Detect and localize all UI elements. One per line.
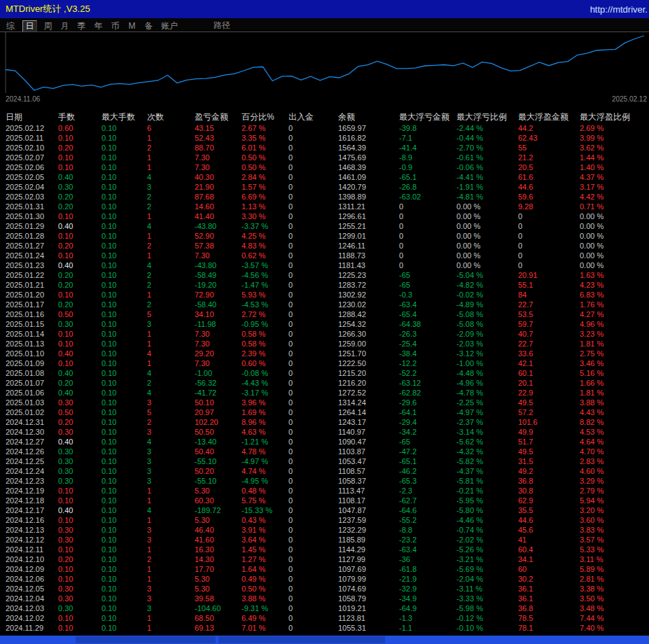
menu-item-日[interactable]: 日 (22, 20, 37, 32)
cell: 1053.47 (338, 456, 399, 466)
table-row[interactable]: 2024.12.130.300.10346.403.91 %01232.29-8… (0, 525, 643, 535)
cell: 0.10 (102, 613, 147, 623)
table-row[interactable]: 2025.02.110.100.10152.433.35 %01616.82-7… (0, 133, 643, 143)
table-row[interactable]: 2024.12.300.300.10350.504.63 %01140.97-3… (0, 427, 643, 437)
table-row[interactable]: 2025.01.080.400.104-1.00-0.08 %01215.20-… (0, 368, 643, 378)
menu-item-年[interactable]: 年 (94, 21, 103, 31)
table-row[interactable]: 2025.02.050.400.10440.302.84 %01461.09-6… (0, 172, 643, 182)
cell: 0 (288, 456, 338, 466)
cell: 1.66 % (580, 378, 643, 388)
cell: 0.10 (58, 564, 102, 574)
cell: -0.02 % (456, 290, 518, 300)
cell: 0.10 (102, 427, 147, 437)
cell: 49.2 (518, 466, 580, 476)
table-row[interactable]: 2025.02.070.100.1017.300.50 %01475.69-8.… (0, 153, 643, 162)
menu-item-备[interactable]: 备 (144, 21, 153, 31)
menu-item-账户[interactable]: 账户 (161, 21, 178, 31)
menu-item-周[interactable]: 周 (43, 21, 53, 31)
table-row[interactable]: 2024.12.100.200.10214.301.27 %01127.99-3… (0, 554, 643, 564)
cell: 0 (288, 231, 338, 241)
cell: 0.10 (102, 231, 147, 241)
table-row[interactable]: 2024.12.120.300.10341.603.64 %01185.89-2… (0, 535, 643, 545)
cell: 0 (288, 358, 338, 368)
cell: 5.30 (195, 584, 242, 594)
table-row[interactable]: 2024.12.250.300.103-55.10-4.97 %01053.47… (0, 456, 643, 466)
titlebar-url[interactable]: http://mtdriver. (590, 4, 649, 15)
table-row[interactable]: 2024.12.040.300.10339.583.88 %01058.79-3… (0, 594, 643, 603)
cell: 1 (147, 564, 195, 574)
table-row[interactable]: 2025.01.160.500.10534.102.72 %01288.42-6… (0, 309, 643, 319)
cell: -2.04 % (456, 574, 518, 584)
cell: -5.62 % (456, 437, 518, 447)
cell: -4.46 % (456, 515, 518, 525)
table-row[interactable]: 2025.01.300.100.10141.403.30 %01296.6100… (0, 211, 643, 221)
table-row[interactable]: 2024.12.230.300.103-55.10-4.95 %01058.37… (0, 476, 643, 486)
cell: 0.10 (102, 535, 147, 545)
cell: 0.10 (102, 270, 147, 280)
cell: 4 (147, 388, 195, 398)
table-row[interactable]: 2025.01.030.300.10350.103.96 %01314.24-2… (0, 398, 643, 407)
table-row[interactable]: 2025.02.060.100.1017.300.50 %01468.39-0.… (0, 162, 643, 172)
cell: -39.8 (399, 123, 456, 133)
menu-item-M[interactable]: M (127, 21, 137, 31)
cell: 0.20 (58, 192, 102, 202)
table-row[interactable]: 2024.12.240.300.10350.204.74 %01108.57-4… (0, 466, 643, 476)
table-row[interactable]: 2025.01.170.200.102-58.40-4.53 %01230.02… (0, 300, 643, 309)
table-row[interactable]: 2025.01.060.400.104-41.72-3.17 %01272.52… (0, 388, 643, 398)
table-row[interactable]: 2025.02.040.300.10321.901.57 %01420.79-2… (0, 182, 643, 192)
table-row[interactable]: 2025.02.030.200.10287.686.69 %01398.89-6… (0, 192, 643, 202)
menu-item-月[interactable]: 月 (60, 21, 69, 31)
table-row[interactable]: 2024.12.190.100.1015.300.48 %01113.47-2.… (0, 486, 643, 496)
menu-item-币[interactable]: 币 (111, 21, 120, 31)
table-row[interactable]: 2025.01.130.100.1017.300.58 %01259.00-25… (0, 339, 643, 349)
table-row[interactable]: 2024.12.060.100.1015.300.49 %01079.99-21… (0, 574, 643, 584)
table-row[interactable]: 2025.01.020.500.10520.971.69 %01264.14-6… (0, 407, 643, 417)
table-row[interactable]: 2024.12.310.200.102102.208.96 %01243.17-… (0, 417, 643, 427)
table-row[interactable]: 2024.12.170.400.104-189.72-15.33 %01047.… (0, 505, 643, 515)
table-row[interactable]: 2024.12.050.300.1035.300.50 %01074.69-32… (0, 584, 643, 594)
table-row[interactable]: 2025.01.210.200.102-19.20-1.47 %01283.72… (0, 280, 643, 290)
cell: 0 (399, 241, 456, 251)
cell: 0.71 % (580, 202, 643, 211)
cell: 0.10 (102, 309, 147, 319)
table-row[interactable]: 2025.01.280.100.10152.904.25 %01299.0100… (0, 231, 643, 241)
cell: 0.10 (102, 133, 147, 143)
table-row[interactable]: 2024.12.030.300.103-104.60-9.31 %01019.2… (0, 603, 643, 613)
table-row[interactable]: 2024.12.260.300.10350.404.78 %01103.87-4… (0, 447, 643, 456)
table-row[interactable]: 2025.01.240.100.1017.300.62 %01188.7300.… (0, 251, 643, 260)
table-row[interactable]: 2025.01.100.400.10429.202.39 %01251.70-3… (0, 349, 643, 358)
cell: 0 (288, 192, 338, 202)
table-row[interactable]: 2025.01.090.100.1017.300.60 %01222.50-12… (0, 358, 643, 368)
table-row[interactable]: 2024.12.020.100.10168.506.49 %01123.81-1… (0, 613, 643, 623)
table-row[interactable]: 2025.02.100.200.10288.706.01 %01564.39-4… (0, 143, 643, 153)
table-row[interactable]: 2025.01.200.100.10172.905.93 %01302.92-0… (0, 290, 643, 300)
table-row[interactable]: 2025.01.150.300.103-11.98-0.95 %01254.32… (0, 319, 643, 329)
cell: 0.10 (58, 613, 102, 623)
table-row[interactable]: 2025.01.290.400.104-43.80-3.37 %01255.21… (0, 221, 643, 231)
cell: -4.43 % (242, 378, 288, 388)
table-row[interactable]: 2024.12.110.100.10116.301.45 %01144.29-6… (0, 545, 643, 554)
menu-item-path[interactable]: 路径 (214, 20, 230, 31)
table-row[interactable]: 2025.01.070.200.102-56.32-4.43 %01216.20… (0, 378, 643, 388)
table-row[interactable]: 2024.12.180.100.10160.305.75 %01108.17-6… (0, 496, 643, 505)
table-row[interactable]: 2024.12.270.400.104-13.40-1.21 %01090.47… (0, 437, 643, 447)
table-row[interactable]: 2025.01.310.200.10214.601.13 %01311.2100… (0, 202, 643, 211)
table-row[interactable]: 2025.01.230.400.104-43.80-3.57 %01181.43… (0, 260, 643, 270)
menu-item-综[interactable]: 综 (6, 21, 15, 31)
table-row[interactable]: 2024.12.160.100.1015.300.43 %01237.59-55… (0, 515, 643, 525)
table-row[interactable]: 2025.01.140.100.1017.300.58 %01266.30-26… (0, 329, 643, 339)
cell: -41.4 (399, 143, 456, 153)
cell: 0.40 (58, 505, 102, 515)
cell: -0.21 % (456, 486, 518, 496)
table-row[interactable]: 2024.11.290.100.10169.137.01 %01055.31-1… (0, 623, 643, 633)
table-row[interactable]: 2025.02.120.600.10643.152.67 %01659.97-3… (0, 123, 643, 133)
cell: 4.43 % (580, 407, 643, 417)
table-row[interactable]: 2025.01.270.200.10257.384.83 %01246.1100… (0, 241, 643, 251)
table-row[interactable]: 2025.01.220.200.102-58.49-4.56 %01225.23… (0, 270, 643, 280)
cell: 0.10 (102, 319, 147, 329)
cell: 4.63 % (242, 427, 288, 437)
cell: 3.23 % (580, 329, 643, 339)
table-row[interactable]: 2024.12.090.100.10117.701.64 %01097.69-6… (0, 564, 643, 574)
menu-item-季[interactable]: 季 (77, 21, 86, 31)
cell: -58.49 (195, 270, 242, 280)
